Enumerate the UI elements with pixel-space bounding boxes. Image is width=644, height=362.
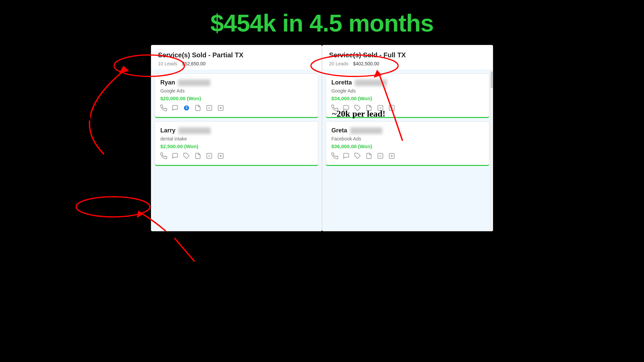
plus-icon-larry[interactable]	[217, 153, 224, 161]
column-partial-tx-inner: Service(s) Sold - Partial TX 10 Leads $5…	[151, 45, 322, 231]
check-icon-larry[interactable]	[206, 153, 213, 161]
column-full-tx-title: Service(s) Sold - Full TX	[329, 51, 486, 59]
svg-marker-26	[137, 210, 144, 218]
check-icon-greta[interactable]	[377, 153, 384, 161]
phone-icon[interactable]	[160, 105, 167, 113]
tag-icon-loretta[interactable]	[354, 105, 361, 113]
card-larry-name: Larry ████████	[160, 127, 313, 134]
full-tx-cards-area: Loretta ████████ Google Ads $34,000.00 (…	[322, 70, 493, 231]
doc-icon-loretta[interactable]	[366, 105, 372, 113]
page-title: $454k in 4.5 months	[0, 0, 644, 45]
scrollbar-thumb[interactable]	[491, 71, 493, 88]
card-larry-amount: $2,500.00 (Won)	[160, 143, 313, 149]
card-loretta-icons	[331, 105, 484, 113]
plus-icon[interactable]	[217, 105, 224, 113]
main-container: Service(s) Sold - Partial TX 10 Leads $5…	[148, 45, 496, 231]
phone-icon-larry[interactable]	[160, 153, 167, 161]
card-ryan-name-blurred: ████████	[178, 79, 210, 86]
card-greta-name: Greta ████████	[331, 127, 484, 134]
card-loretta-amount: $34,000.00 (Won)	[331, 96, 484, 101]
phone-icon-loretta[interactable]	[331, 105, 338, 113]
full-tx-leads-count: 20 Leads	[329, 61, 348, 66]
card-loretta-name-blurred: ████████	[355, 79, 387, 86]
card-larry-name-blurred: ████████	[178, 127, 211, 134]
column-partial-tx-meta: 10 Leads $52,650.00	[158, 61, 315, 66]
card-ryan-source: Google Ads	[160, 88, 313, 94]
chat-icon-loretta[interactable]	[343, 105, 350, 113]
card-greta-name-blurred: ████████	[350, 127, 382, 134]
card-larry-source: dental intake	[160, 136, 313, 141]
doc-icon-larry[interactable]	[195, 153, 201, 161]
card-loretta-name: Loretta ████████	[331, 79, 484, 86]
plus-icon-greta[interactable]	[388, 153, 395, 161]
scrollbar[interactable]	[490, 70, 493, 231]
card-larry-icons	[160, 153, 313, 161]
card-ryan-icons: 3	[160, 105, 313, 113]
card-ryan-name: Ryan ████████	[160, 79, 313, 86]
card-ryan-amount: $20,000.00 (Won)	[160, 96, 313, 101]
check-icon[interactable]	[206, 105, 213, 113]
phone-icon-greta[interactable]	[331, 153, 338, 161]
card-greta-amount: $36,000.00 (Won)	[331, 143, 484, 149]
plus-icon-loretta[interactable]	[388, 105, 395, 113]
card-greta-icons	[331, 153, 484, 161]
tag-icon[interactable]: 3	[183, 105, 190, 113]
annotation-tidly: Tidly	[78, 113, 98, 123]
column-partial-tx-title: Service(s) Sold - Partial TX	[158, 51, 315, 59]
column-partial-tx: Service(s) Sold - Partial TX 10 Leads $5…	[151, 45, 322, 231]
partial-tx-leads-count: 10 Leads	[158, 61, 177, 66]
tag-icon-greta[interactable]	[354, 153, 361, 161]
chat-icon[interactable]	[172, 105, 178, 113]
svg-point-25	[76, 197, 150, 217]
tag-icon-larry[interactable]	[183, 153, 190, 161]
card-larry: Larry ████████ dental intake $2,500.00 (…	[155, 121, 318, 166]
annotation-s: s!	[79, 123, 85, 133]
column-full-tx-inner: Service(s) Sold - Full TX 20 Leads $402,…	[322, 45, 493, 231]
doc-icon[interactable]	[195, 105, 201, 113]
chat-icon-greta[interactable]	[343, 153, 350, 161]
partial-tx-cards-area: Ryan ████████ Google Ads $20,000.00 (Won…	[151, 70, 322, 231]
doc-icon-greta[interactable]	[366, 153, 372, 161]
column-full-tx-header: Service(s) Sold - Full TX 20 Leads $402,…	[322, 45, 493, 70]
card-greta: Greta ████████ Facebook Ads $36,000.00 (…	[326, 121, 489, 166]
card-loretta: Loretta ████████ Google Ads $34,000.00 (…	[326, 73, 489, 118]
column-full-tx-meta: 20 Leads $402,500.00	[329, 61, 486, 66]
partial-tx-total: $52,650.00	[182, 61, 206, 66]
column-partial-tx-header: Service(s) Sold - Partial TX 10 Leads $5…	[151, 45, 322, 70]
card-loretta-source: Google Ads	[331, 88, 484, 94]
column-full-tx: Service(s) Sold - Full TX 20 Leads $402,…	[322, 45, 493, 231]
full-tx-total: $402,500.00	[353, 61, 379, 66]
svg-marker-23	[119, 66, 129, 73]
check-icon-loretta[interactable]	[377, 105, 384, 113]
svg-text:3: 3	[185, 106, 187, 110]
card-ryan: Ryan ████████ Google Ads $20,000.00 (Won…	[155, 73, 318, 118]
chat-icon-larry[interactable]	[172, 153, 178, 161]
card-greta-source: Facebook Ads	[331, 136, 484, 141]
